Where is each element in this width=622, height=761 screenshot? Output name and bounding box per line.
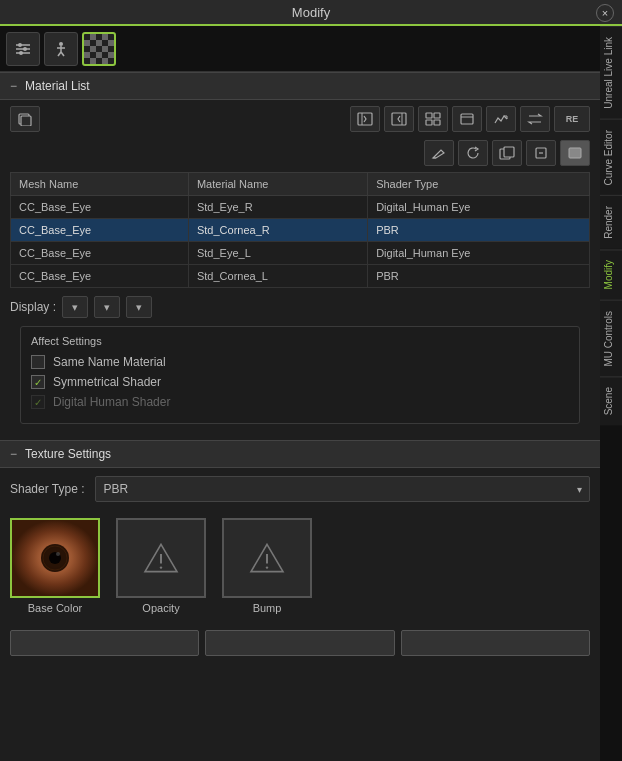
symmetrical-row: Symmetrical Shader — [31, 375, 569, 389]
right-panel: Unreal Live Link Curve Editor Render Mod… — [600, 26, 622, 761]
shader-select-wrapper[interactable]: PBR Digital_Human Eye Std_Eye ▾ — [95, 476, 591, 502]
col-material-name: Material Name — [188, 173, 367, 196]
opacity-label: Opacity — [142, 602, 179, 614]
tab-unreal-live-link[interactable]: Unreal Live Link — [600, 26, 622, 119]
texture-row: Base Color Opacity Bump — [0, 510, 600, 622]
figure-button[interactable] — [44, 32, 78, 66]
icon-btn-1[interactable] — [350, 106, 380, 132]
duplicate-button[interactable] — [492, 140, 522, 166]
material-list-header: − Material List — [0, 72, 600, 100]
svg-rect-28 — [569, 148, 581, 158]
texture-thumb-bump[interactable] — [222, 518, 312, 598]
checker-button[interactable] — [82, 32, 116, 66]
texture-item-bump: Bump — [222, 518, 312, 614]
solid-button[interactable] — [560, 140, 590, 166]
refresh-button[interactable] — [458, 140, 488, 166]
svg-point-39 — [266, 566, 268, 568]
texture-settings-header: − Texture Settings — [0, 440, 600, 468]
texture-thumb-base-color[interactable] — [10, 518, 100, 598]
svg-point-4 — [23, 47, 27, 51]
display-section: Display : ▾ ▾ ▾ Affect Settings Same Nam… — [0, 288, 600, 440]
same-name-row: Same Name Material — [31, 355, 569, 369]
table-row[interactable]: CC_Base_EyeStd_Eye_RDigital_Human Eye — [11, 196, 590, 219]
svg-point-6 — [59, 42, 63, 46]
svg-line-10 — [61, 52, 64, 56]
bottom-btn-2[interactable] — [205, 630, 394, 656]
shader-type-label: Shader Type : — [10, 482, 85, 496]
material-list-collapse[interactable]: − — [10, 79, 17, 93]
col-mesh-name: Mesh Name — [11, 173, 189, 196]
shader-type-row: Shader Type : PBR Digital_Human Eye Std_… — [0, 468, 600, 510]
main-content: − Material List — [0, 26, 600, 761]
icon-btn-5[interactable] — [486, 106, 516, 132]
tab-render[interactable]: Render — [600, 195, 622, 249]
sliders-button[interactable] — [6, 32, 40, 66]
material-table-container: Mesh Name Material Name Shader Type CC_B… — [0, 172, 600, 288]
close-button[interactable]: × — [596, 4, 614, 22]
display-btn-3[interactable]: ▾ — [126, 296, 152, 318]
svg-rect-19 — [426, 120, 432, 125]
bump-label: Bump — [253, 602, 282, 614]
display-row: Display : ▾ ▾ ▾ — [10, 296, 590, 318]
bottom-row — [0, 622, 600, 664]
tab-modify[interactable]: Modify — [600, 249, 622, 299]
svg-point-3 — [18, 43, 22, 47]
svg-rect-18 — [434, 113, 440, 118]
tab-mu-controls[interactable]: MU Controls — [600, 300, 622, 377]
table-row[interactable]: CC_Base_EyeStd_Eye_LDigital_Human Eye — [11, 242, 590, 265]
table-row[interactable]: CC_Base_EyeStd_Cornea_LPBR — [11, 265, 590, 288]
icon-btn-3[interactable] — [418, 106, 448, 132]
blank-button[interactable] — [526, 140, 556, 166]
svg-rect-25 — [504, 147, 514, 157]
toolbar — [0, 26, 600, 72]
texture-item-base-color: Base Color — [10, 518, 100, 614]
swap-button[interactable] — [520, 106, 550, 132]
digital-human-checkbox — [31, 395, 45, 409]
col-shader-type: Shader Type — [368, 173, 590, 196]
svg-rect-13 — [358, 113, 372, 125]
svg-rect-15 — [392, 113, 406, 125]
window-title: Modify — [292, 5, 330, 20]
tab-scene[interactable]: Scene — [600, 376, 622, 425]
display-label: Display : — [10, 300, 56, 314]
material-table: Mesh Name Material Name Shader Type CC_B… — [10, 172, 590, 288]
table-row[interactable]: CC_Base_EyeStd_Cornea_RPBR — [11, 219, 590, 242]
base-color-label: Base Color — [28, 602, 82, 614]
svg-point-5 — [19, 51, 23, 55]
svg-rect-20 — [434, 120, 440, 125]
same-name-checkbox[interactable] — [31, 355, 45, 369]
bump-warning-icon — [247, 538, 287, 578]
texture-thumb-opacity[interactable] — [116, 518, 206, 598]
symmetrical-checkbox[interactable] — [31, 375, 45, 389]
shader-type-select[interactable]: PBR Digital_Human Eye Std_Eye — [95, 476, 591, 502]
symmetrical-label: Symmetrical Shader — [53, 375, 161, 389]
title-bar: Modify × — [0, 0, 622, 26]
texture-settings-collapse[interactable]: − — [10, 447, 17, 461]
pencil-button[interactable] — [424, 140, 454, 166]
icon-row-1: RE — [0, 100, 600, 138]
svg-rect-21 — [461, 114, 473, 124]
svg-point-36 — [160, 566, 162, 568]
texture-item-opacity: Opacity — [116, 518, 206, 614]
svg-point-32 — [56, 552, 60, 556]
affect-settings: Affect Settings Same Name Material Symme… — [20, 326, 580, 424]
material-list-title: Material List — [25, 79, 90, 93]
icon-row-2 — [0, 138, 600, 172]
display-btn-2[interactable]: ▾ — [94, 296, 120, 318]
tab-curve-editor[interactable]: Curve Editor — [600, 119, 622, 196]
icon-btn-2[interactable] — [384, 106, 414, 132]
same-name-label: Same Name Material — [53, 355, 166, 369]
reload-button[interactable]: RE — [554, 106, 590, 132]
svg-rect-17 — [426, 113, 432, 118]
affect-settings-title: Affect Settings — [31, 335, 569, 347]
digital-human-row: Digital Human Shader — [31, 395, 569, 409]
svg-rect-12 — [21, 116, 31, 126]
bottom-btn-3[interactable] — [401, 630, 590, 656]
digital-human-label: Digital Human Shader — [53, 395, 170, 409]
display-btn-1[interactable]: ▾ — [62, 296, 88, 318]
icon-btn-4[interactable] — [452, 106, 482, 132]
copy-mat-button[interactable] — [10, 106, 40, 132]
warning-triangle-icon — [141, 538, 181, 578]
bottom-btn-1[interactable] — [10, 630, 199, 656]
texture-settings-title: Texture Settings — [25, 447, 111, 461]
